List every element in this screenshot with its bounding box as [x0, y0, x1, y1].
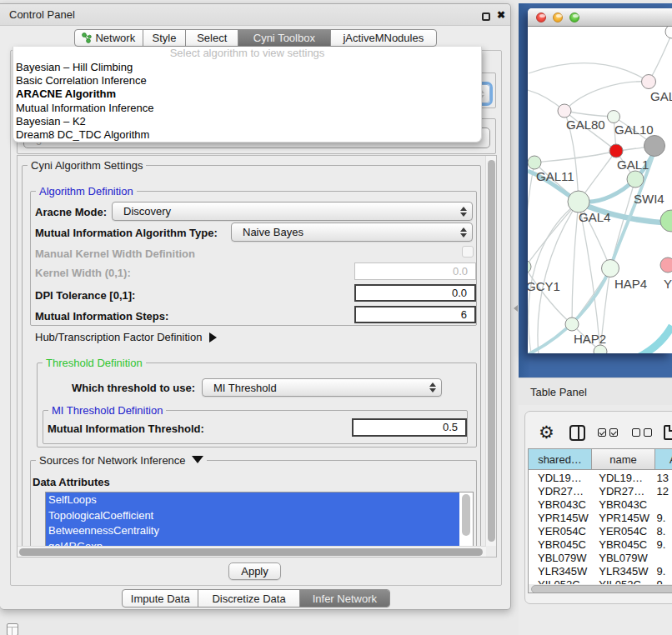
network-node[interactable]	[608, 111, 620, 123]
column-header-A[interactable]: A	[655, 449, 672, 470]
network-edge[interactable]	[528, 267, 572, 324]
tab-discretize-data[interactable]: Discretize Data	[198, 590, 299, 607]
zoom-traffic-light[interactable]	[569, 12, 579, 22]
tab-select[interactable]: Select	[186, 30, 238, 46]
table-row[interactable]: YBL079WYBL079W	[529, 552, 672, 565]
tab-network[interactable]: Network	[75, 30, 143, 46]
manual-kernel-checkbox[interactable]	[462, 246, 474, 258]
network-node[interactable]	[602, 260, 619, 278]
network-edge[interactable]	[572, 202, 579, 324]
network-node[interactable]	[665, 27, 672, 38]
settings-vertical-scrollbar[interactable]	[485, 156, 496, 546]
sources-toggle[interactable]: Sources for Network Inference	[36, 454, 207, 467]
table-row[interactable]: YDL19…YDL19…13	[529, 472, 672, 485]
table-panel-body: ⚙ shared…nameA YDL19…YDL19…13YDR27…YDR27…	[519, 405, 672, 635]
network-node[interactable]	[627, 171, 644, 188]
which-threshold-combo[interactable]: MI Threshold	[202, 378, 442, 397]
network-node[interactable]	[528, 260, 531, 273]
mi-type-combo[interactable]: Naive Bayes	[231, 222, 473, 242]
float-window-icon[interactable]	[482, 12, 490, 21]
cell-value: 9.	[654, 565, 672, 578]
data-attribute-item[interactable]: BetweennessCentrality	[46, 523, 473, 539]
network-node[interactable]	[660, 210, 672, 232]
network-node[interactable]	[609, 144, 623, 158]
cell-name: YPR145W	[591, 512, 654, 525]
data-attribute-item[interactable]: gal4RGexp	[46, 539, 473, 546]
algorithm-popup-item[interactable]: Bayesian – K2	[13, 115, 481, 128]
deselect-all-icon[interactable]	[632, 428, 652, 437]
tab-style[interactable]: Style	[143, 30, 187, 46]
table-row[interactable]: YER054CYER054C8.	[529, 525, 672, 538]
cell-shared-name: YLR345W	[529, 565, 591, 578]
table-row[interactable]: YBR045CYBR045C9.	[529, 538, 672, 552]
data-attributes-list[interactable]: SelfLoopsTopologicalCoefficientBetweenne…	[45, 492, 474, 546]
minimize-traffic-light[interactable]	[553, 12, 563, 22]
dpi-tolerance-field[interactable]: 0.0	[354, 284, 476, 302]
cyni-algorithm-settings-group: Cyni Algorithm Settings Algorithm Defini…	[22, 165, 481, 546]
column-header-name[interactable]: name	[592, 449, 655, 470]
select-all-icon[interactable]	[598, 428, 618, 437]
network-edge[interactable]	[564, 111, 614, 117]
network-node[interactable]	[660, 258, 672, 272]
aracne-mode-combo[interactable]: Discovery	[112, 202, 473, 221]
data-attribute-item[interactable]: SelfLoops	[46, 492, 473, 508]
cell-name: YER054C	[591, 525, 654, 538]
table-row[interactable]: YBR043CYBR043C	[529, 498, 672, 512]
network-window-titlebar[interactable]	[528, 8, 672, 27]
table-row[interactable]: YDR27…YDR27…12	[529, 485, 672, 498]
combo-arrows-icon	[429, 382, 436, 392]
cell-name: YBR045C	[591, 538, 654, 552]
network-edge[interactable]	[529, 63, 649, 82]
network-canvas[interactable]: GALGAL80GAL10GAL1GAL11SWI4GAL4HAP4YGCY1H…	[528, 27, 672, 353]
close-icon[interactable]: ✖	[494, 8, 508, 22]
settings-horizontal-scrollbar[interactable]	[18, 546, 486, 557]
network-edge[interactable]	[564, 82, 649, 111]
network-edge[interactable]	[528, 202, 579, 267]
tab-jactivemnodules[interactable]: jActiveMNodules	[331, 30, 436, 46]
table-horizontal-scrollbar[interactable]	[529, 584, 672, 593]
docked-panel-icon[interactable]	[7, 623, 18, 635]
attributes-list-scrollbar[interactable]	[459, 492, 473, 546]
control-panel-titlebar[interactable]: Control Panel ✖	[0, 4, 510, 26]
kernel-width-field[interactable]: 0.0	[354, 262, 476, 280]
apply-button[interactable]: Apply	[228, 562, 281, 580]
tab-label: Impute Data	[131, 592, 190, 605]
threshold-definition-group: Threshold Definition Which threshold to …	[37, 362, 477, 448]
table-row[interactable]: YPR145WYPR145W9.	[529, 512, 672, 525]
algorithm-popup-item[interactable]: Bayesian – Hill Climbing	[13, 61, 481, 74]
algorithm-popup-item[interactable]: Dream8 DC_TDC Algorithm	[13, 128, 481, 142]
algorithm-popup-item[interactable]: Basic Correlation Inference	[13, 74, 481, 88]
network-node[interactable]	[528, 156, 541, 169]
data-attributes-label: Data Attributes	[33, 476, 110, 488]
table-panel-header[interactable]: Table Panel	[519, 378, 672, 405]
mi-steps-field[interactable]: 6	[354, 306, 476, 323]
algorithm-popup-item[interactable]: ARACNE Algorithm	[13, 88, 481, 101]
mi-threshold-field[interactable]: 0.5	[352, 418, 467, 437]
network-edge[interactable]	[528, 162, 534, 267]
network-edge[interactable]	[636, 326, 672, 353]
network-node[interactable]	[558, 104, 571, 118]
gear-icon[interactable]: ⚙	[539, 424, 554, 441]
table-row[interactable]: YLR345WYLR345W9.	[529, 565, 672, 578]
column-header-shared[interactable]: shared…	[529, 449, 592, 470]
split-view-icon[interactable]	[569, 425, 585, 441]
algorithm-popup-item[interactable]: Mutual Information Inference	[13, 102, 481, 115]
cyni-bottom-tabbar: Impute DataDiscretize DataInfer Network	[122, 589, 390, 608]
tab-infer-network[interactable]: Infer Network	[300, 590, 389, 607]
collapse-down-icon	[192, 456, 203, 463]
document-icon[interactable]	[664, 425, 672, 440]
network-node[interactable]	[642, 75, 656, 89]
algorithm-definition-title: Algorithm Definition	[36, 185, 137, 198]
screen: Control Panel ✖ NetworkStyleSelectCyni T…	[0, 0, 672, 635]
close-traffic-light[interactable]	[536, 12, 546, 22]
tab-cyni-toolbox[interactable]: Cyni Toolbox	[238, 30, 330, 46]
hub-definition-toggle[interactable]: Hub/Transcription Factor Definition	[35, 331, 217, 343]
data-attribute-item[interactable]: TopologicalCoefficient	[46, 508, 473, 524]
split-pane-collapse-icon[interactable]	[514, 305, 518, 312]
network-node[interactable]	[644, 136, 665, 157]
cell-shared-name: YPR145W	[529, 512, 591, 525]
tab-impute-data[interactable]: Impute Data	[123, 590, 198, 607]
network-node[interactable]	[565, 318, 579, 331]
cell-value	[654, 552, 672, 565]
network-edge[interactable]	[649, 33, 672, 82]
